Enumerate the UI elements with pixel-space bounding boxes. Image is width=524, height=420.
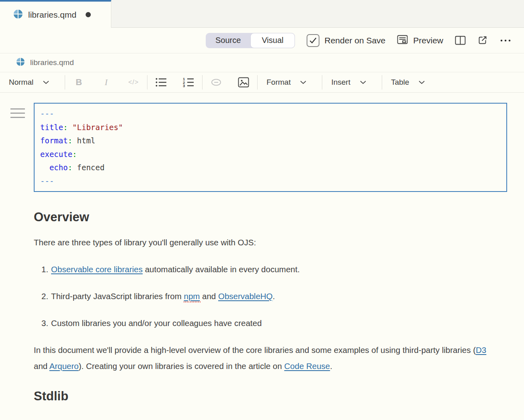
italic-button[interactable]: I	[92, 77, 120, 88]
render-on-save-checkbox[interactable]	[307, 34, 319, 47]
chevron-down-icon	[300, 80, 307, 84]
more-actions-icon	[500, 39, 511, 42]
svg-text:3: 3	[183, 84, 185, 88]
editor-content: ---title: "Libraries"format: htmlexecute…	[0, 103, 524, 404]
paragraph-style-label: Normal	[9, 78, 33, 87]
yaml-front-matter-editor[interactable]: ---title: "Libraries"format: htmlexecute…	[34, 103, 507, 192]
modified-dot-icon	[86, 12, 91, 17]
chevron-down-icon	[360, 80, 366, 84]
open-external-icon	[477, 35, 488, 45]
source-visual-toggle: Source Visual	[206, 33, 295, 48]
insert-dropdown-label: Insert	[331, 78, 350, 87]
bold-button[interactable]: B	[65, 77, 92, 88]
render-on-save-control[interactable]: Render on Save	[307, 34, 386, 47]
preview-button[interactable]: Preview	[397, 35, 443, 46]
code-icon: </>	[128, 79, 139, 86]
yaml-code-line: execute:	[40, 148, 502, 161]
tab-title: libraries.qmd	[28, 10, 76, 20]
link-icon	[210, 78, 222, 87]
doc-link-d3[interactable]: D3	[476, 345, 486, 355]
list-item-text: Custom libraries you and/or your colleag…	[51, 315, 262, 331]
tab-libraries-qmd[interactable]: libraries.qmd	[0, 0, 111, 28]
drag-handle-icon[interactable]	[10, 108, 25, 120]
text-run: .	[330, 361, 332, 371]
format-dropdown[interactable]: Format	[258, 78, 322, 87]
numbered-list-icon: 1 2 3	[182, 77, 194, 88]
table-dropdown[interactable]: Table	[382, 78, 440, 87]
text-run: Custom libraries you and/or your colleag…	[51, 318, 262, 328]
yaml-code-line: format: html	[40, 134, 502, 148]
text-run: ). Creating your own libraries is covere…	[79, 361, 285, 371]
document-body[interactable]: Overview There are three types of librar…	[34, 210, 494, 404]
intro-paragraph: There are three types of library you'll …	[34, 234, 494, 251]
yaml-code-line: ---	[40, 107, 502, 121]
tab-bar-empty-area	[111, 0, 524, 28]
visual-mode-button[interactable]: Visual	[250, 33, 295, 48]
breadcrumb-filename[interactable]: libraries.qmd	[30, 58, 74, 67]
breadcrumb: libraries.qmd	[0, 53, 524, 72]
doc-link-arquero[interactable]: Arquero	[49, 361, 79, 371]
closing-paragraph: In this document we'll provide a high-le…	[34, 342, 494, 374]
quarto-logo-icon	[16, 57, 25, 68]
bold-icon: B	[76, 77, 82, 88]
table-dropdown-label: Table	[391, 78, 409, 87]
list-item-text: Observable core libraries automatically …	[51, 261, 300, 277]
insert-dropdown[interactable]: Insert	[322, 78, 382, 87]
code-button[interactable]: </>	[120, 79, 147, 86]
yaml-code-line: ---	[40, 175, 502, 188]
yaml-code-line: echo: fenced	[40, 161, 502, 175]
bullet-list-button[interactable]	[147, 77, 175, 88]
list-item-number: 3.	[41, 315, 48, 331]
tab-bar: libraries.qmd	[0, 0, 524, 28]
numbered-list-button[interactable]: 1 2 3	[175, 77, 202, 88]
chevron-down-icon	[418, 80, 425, 84]
yaml-code-line: title: "Libraries"	[40, 121, 502, 135]
checkmark-icon	[309, 37, 317, 44]
image-button[interactable]	[230, 77, 257, 88]
yaml-block-wrap: ---title: "Libraries"format: htmlexecute…	[34, 103, 507, 192]
list-item-number: 1.	[41, 261, 48, 277]
list-item: 3.Custom libraries you and/or your colle…	[34, 315, 494, 331]
quarto-logo-icon	[13, 9, 23, 20]
paragraph-style-dropdown[interactable]: Normal	[0, 78, 65, 87]
doc-link-code-reuse[interactable]: Code Reuse	[284, 361, 330, 371]
split-editor-button[interactable]	[455, 35, 466, 45]
text-run: .	[273, 292, 275, 301]
text-run: and	[34, 361, 49, 371]
text-run: In this document we'll provide a high-le…	[34, 345, 476, 355]
render-on-save-label: Render on Save	[325, 36, 386, 45]
doc-link-observable-core-libraries[interactable]: Observable core libraries	[51, 265, 143, 274]
link-button[interactable]	[203, 78, 230, 87]
list-item-text: Third-party JavaScript libraries from np…	[51, 288, 275, 304]
format-dropdown-label: Format	[266, 78, 291, 87]
text-run: and	[200, 292, 218, 301]
format-toolbar: Normal B I </> 1 2 3	[0, 72, 524, 93]
source-mode-button[interactable]: Source	[206, 33, 250, 48]
preview-icon	[397, 35, 408, 46]
list-item: 2.Third-party JavaScript libraries from …	[34, 288, 494, 304]
split-editor-icon	[455, 35, 466, 45]
italic-icon: I	[105, 77, 108, 88]
more-actions-button[interactable]	[500, 39, 511, 42]
list-item: 1.Observable core libraries automaticall…	[34, 261, 494, 277]
heading-overview: Overview	[34, 210, 494, 225]
list-item-number: 2.	[41, 288, 48, 304]
heading-stdlib: Stdlib	[34, 389, 494, 404]
doc-link-observablehq[interactable]: ObservableHQ	[218, 292, 273, 301]
library-types-list: 1.Observable core libraries automaticall…	[34, 261, 494, 331]
text-run: automatically available in every documen…	[143, 265, 300, 274]
image-icon	[238, 77, 249, 88]
doc-link-npm[interactable]: npm	[184, 292, 200, 301]
editor-toolbar: Source Visual Render on Save Preview	[0, 28, 524, 53]
bullet-list-icon	[155, 77, 167, 88]
text-run: Third-party JavaScript libraries from	[51, 292, 184, 301]
chevron-down-icon	[43, 80, 49, 84]
preview-label: Preview	[413, 36, 443, 45]
open-external-button[interactable]	[477, 35, 488, 45]
